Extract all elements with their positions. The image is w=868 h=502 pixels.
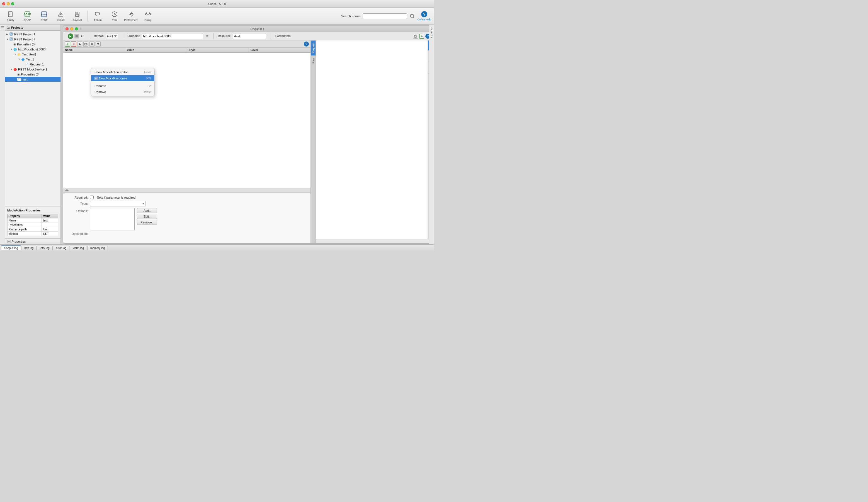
toolbar-empty[interactable]: Empty: [3, 9, 18, 23]
tree-test-slash[interactable]: ▼ 📁 Test [/test]: [5, 52, 61, 57]
svg-point-17: [131, 13, 132, 15]
rest-project-1-label: REST Project 1: [14, 33, 35, 36]
endpoint-dropdown-btn[interactable]: [205, 34, 209, 39]
sort-btn[interactable]: [90, 42, 94, 46]
expand-test1: ▼: [18, 58, 21, 61]
required-help-text: Sets if parameter is required: [97, 196, 135, 199]
edit-option-btn[interactable]: Edit..: [137, 214, 157, 219]
context-menu: Show MockAction Editor Enter ⊞ New MockR…: [91, 68, 154, 96]
table-row[interactable]: Resource path /test: [8, 227, 58, 232]
table-row[interactable]: Description: [8, 223, 58, 227]
duplicate-btn[interactable]: [83, 42, 89, 46]
svg-marker-37: [81, 35, 83, 37]
remove-option-btn[interactable]: Remove..: [137, 220, 157, 225]
toolbar-soap[interactable]: SOAP SOAP: [20, 9, 35, 23]
svg-rect-27: [1, 29, 4, 29]
test-slash-label: Test [/test]: [22, 53, 36, 56]
svg-text:P: P: [11, 33, 12, 35]
ctx-new-response[interactable]: ⊞ New MockResponse ⌘N: [91, 75, 154, 81]
close-button[interactable]: [2, 2, 5, 5]
mock-properties-icon: ⊞: [17, 73, 20, 76]
mock-icon: 🔴: [13, 68, 17, 71]
ctx-rename-label: Rename: [94, 84, 106, 87]
col-value-header: Value: [125, 48, 187, 52]
tree-rest-project-1[interactable]: ▶ P REST Project 1: [5, 32, 61, 37]
tree-test-1[interactable]: ▼ 🔷 Test 1: [5, 57, 61, 62]
raw-tab[interactable]: Raw: [311, 55, 316, 66]
log-tab-memory[interactable]: memory log: [87, 246, 108, 250]
toolbar-trial[interactable]: Trial: [107, 9, 122, 23]
svg-text:REST: REST: [41, 13, 47, 15]
table-row[interactable]: Method GET: [8, 232, 58, 236]
request-1-label: Request 1: [30, 63, 44, 66]
properties-0-label: Properties (0): [17, 43, 36, 46]
move-up-btn[interactable]: [77, 42, 82, 46]
method-chevron: [114, 35, 117, 37]
copy-params-btn[interactable]: [413, 34, 418, 39]
inspector-label[interactable]: Inspector: [429, 24, 434, 40]
required-checkbox[interactable]: [90, 196, 94, 199]
log-tab-soapui[interactable]: SoapUI log: [1, 245, 21, 250]
add-option-btn[interactable]: Add..: [137, 208, 157, 213]
add-row-btn[interactable]: +: [65, 42, 70, 46]
win-max-btn[interactable]: [75, 27, 78, 30]
ctx-show-editor[interactable]: Show MockAction Editor Enter: [91, 69, 154, 75]
params-help-btn[interactable]: ?: [304, 42, 309, 46]
minimize-button[interactable]: [7, 2, 10, 5]
toolbar-rest[interactable]: REST REST: [36, 9, 52, 23]
save-all-icon: [74, 11, 81, 18]
left-nav: [0, 24, 5, 244]
tree-localhost[interactable]: ▼ 🌐 http://localhost:8080: [5, 47, 61, 52]
method-section: Method: [94, 34, 104, 38]
params-toolbar: + × ?: [63, 40, 311, 48]
ctx-rename[interactable]: Rename F2: [91, 83, 154, 89]
nav-icon-btn[interactable]: [0, 25, 5, 30]
svg-point-19: [149, 13, 151, 15]
remove-row-btn[interactable]: ×: [71, 42, 76, 46]
win-min-btn[interactable]: [70, 27, 73, 30]
tree-properties-mock[interactable]: ⊞ Properties (0): [5, 72, 61, 77]
properties-button[interactable]: Properties: [5, 239, 61, 244]
move-down-btn[interactable]: [96, 42, 101, 46]
tree-properties-0[interactable]: ⊞ Properties (0): [5, 42, 61, 47]
online-help-button[interactable]: ? Online Help: [417, 11, 431, 21]
log-tab-error[interactable]: error log: [53, 246, 70, 250]
toolbar-forum[interactable]: Forum: [90, 9, 106, 23]
request-tab[interactable]: Request: [311, 40, 316, 55]
maximize-button[interactable]: [11, 2, 14, 5]
tree-mock-service[interactable]: ▼ 🔴 REST MockService 1: [5, 67, 61, 72]
log-tab-http[interactable]: http log: [21, 246, 37, 250]
toolbar-preferences[interactable]: Preferences: [123, 9, 139, 23]
method-select[interactable]: GET: [106, 33, 118, 39]
method-bar: ▶ Method GET: [63, 32, 433, 40]
log-tab-wsrm[interactable]: wsrm log: [70, 246, 87, 250]
toolbar-import[interactable]: Import: [53, 9, 69, 23]
prop-col-header: Property: [8, 214, 42, 218]
table-row[interactable]: Name test: [8, 218, 58, 223]
toolbar-right: Search Forum ? Online Help: [341, 11, 431, 21]
tree-request-1[interactable]: 📄 Request 1: [5, 62, 61, 67]
stop-button[interactable]: [74, 34, 79, 39]
parameters-section: Parameters: [276, 34, 411, 38]
add-param-btn[interactable]: +: [419, 34, 424, 39]
type-select[interactable]: [90, 201, 146, 207]
toolbar-save-all[interactable]: Save All: [70, 9, 85, 23]
ctx-remove[interactable]: Remove Delete: [91, 89, 154, 95]
win-close-btn[interactable]: [65, 27, 69, 30]
resize-handle[interactable]: [63, 188, 311, 193]
options-list[interactable]: [90, 208, 135, 230]
run-button[interactable]: ▶: [68, 33, 73, 39]
search-forum-input[interactable]: [363, 13, 407, 19]
log-bar: SoapUI log http log jetty log error log …: [0, 244, 434, 251]
endpoint-input[interactable]: [142, 33, 203, 39]
step-button[interactable]: [80, 34, 84, 39]
ctx-new-response-label: New MockResponse: [99, 77, 127, 80]
tree-test-item[interactable]: RT test: [5, 77, 61, 82]
tree-rest-project-2[interactable]: ▼ P REST Project 2: [5, 37, 61, 42]
resize-chevrons: [65, 189, 69, 191]
toolbar-proxy[interactable]: Proxy: [140, 9, 156, 23]
resource-input[interactable]: [233, 33, 266, 39]
log-tab-jetty[interactable]: jetty log: [37, 246, 52, 250]
search-icon[interactable]: [410, 13, 415, 19]
expand-icon: ▶: [6, 33, 9, 36]
